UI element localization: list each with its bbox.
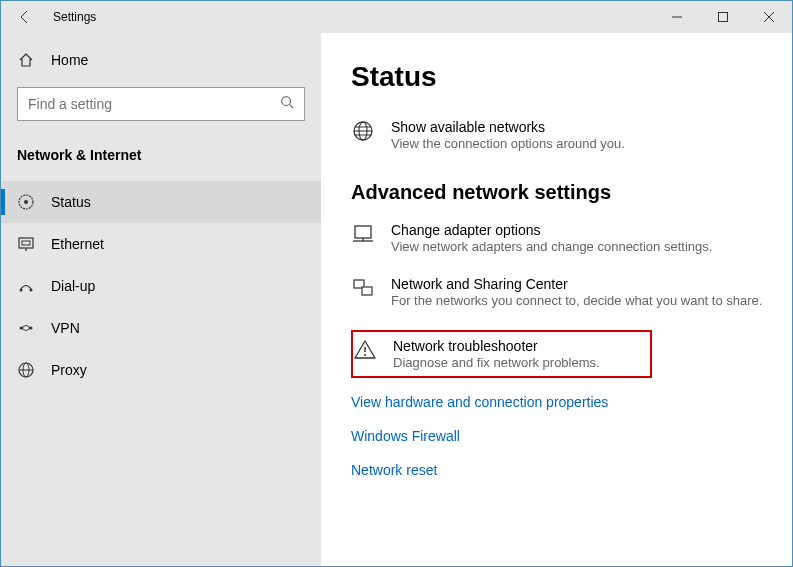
title-bar: Settings: [1, 1, 792, 33]
close-button[interactable]: [746, 1, 792, 33]
svg-rect-8: [19, 238, 33, 248]
minimize-button[interactable]: [654, 1, 700, 33]
svg-rect-1: [719, 13, 728, 22]
sidebar-item-label: Ethernet: [51, 236, 104, 252]
window-title: Settings: [53, 10, 96, 24]
dialup-icon: [17, 277, 35, 295]
ethernet-icon: [17, 235, 35, 253]
svg-rect-27: [362, 287, 372, 295]
warning-icon: [353, 338, 377, 362]
svg-point-7: [24, 200, 28, 204]
svg-point-29: [364, 354, 366, 356]
option-desc: For the networks you connect to, decide …: [391, 293, 762, 308]
option-title: Change adapter options: [391, 222, 712, 238]
sidebar-item-label: Proxy: [51, 362, 87, 378]
show-available-networks[interactable]: Show available networks View the connect…: [351, 119, 792, 151]
sidebar-item-label: Dial-up: [51, 278, 95, 294]
svg-point-12: [30, 289, 33, 292]
sidebar-item-dialup[interactable]: Dial-up: [1, 265, 321, 307]
sidebar-item-ethernet[interactable]: Ethernet: [1, 223, 321, 265]
sidebar-item-label: VPN: [51, 320, 80, 336]
maximize-button[interactable]: [700, 1, 746, 33]
maximize-icon: [718, 12, 728, 22]
main-content: Status Show available networks View the …: [321, 33, 792, 566]
svg-line-5: [290, 105, 294, 109]
close-icon: [764, 12, 774, 22]
window-controls: [654, 1, 792, 33]
link-hardware-properties[interactable]: View hardware and connection properties: [351, 394, 792, 410]
home-button[interactable]: Home: [1, 41, 321, 79]
search-input[interactable]: [28, 96, 280, 112]
link-network-reset[interactable]: Network reset: [351, 462, 792, 478]
link-windows-firewall[interactable]: Windows Firewall: [351, 428, 792, 444]
search-box[interactable]: [17, 87, 305, 121]
back-button[interactable]: [1, 1, 49, 33]
network-sharing-center[interactable]: Network and Sharing Center For the netwo…: [351, 276, 792, 308]
proxy-icon: [17, 361, 35, 379]
svg-point-11: [20, 289, 23, 292]
svg-point-4: [282, 97, 291, 106]
vpn-icon: [17, 319, 35, 337]
option-title: Show available networks: [391, 119, 625, 135]
sidebar-item-label: Status: [51, 194, 91, 210]
sidebar-item-vpn[interactable]: VPN: [1, 307, 321, 349]
home-icon: [17, 51, 35, 69]
search-icon: [280, 95, 294, 113]
sidebar-item-proxy[interactable]: Proxy: [1, 349, 321, 391]
globe-icon: [351, 119, 375, 143]
svg-rect-23: [355, 226, 371, 238]
home-label: Home: [51, 52, 88, 68]
option-desc: View the connection options around you.: [391, 136, 625, 151]
svg-rect-9: [22, 241, 30, 245]
arrow-left-icon: [17, 9, 33, 25]
section-header: Network & Internet: [1, 137, 321, 181]
sharing-icon: [351, 276, 375, 300]
sidebar-item-status[interactable]: Status: [1, 181, 321, 223]
option-title: Network troubleshooter: [393, 338, 600, 354]
network-troubleshooter[interactable]: Network troubleshooter Diagnose and fix …: [351, 330, 652, 378]
section-heading: Advanced network settings: [351, 181, 792, 204]
status-icon: [17, 193, 35, 211]
option-title: Network and Sharing Center: [391, 276, 762, 292]
minimize-icon: [672, 12, 682, 22]
change-adapter-options[interactable]: Change adapter options View network adap…: [351, 222, 792, 254]
page-title: Status: [351, 61, 792, 93]
adapter-icon: [351, 222, 375, 246]
option-desc: View network adapters and change connect…: [391, 239, 712, 254]
sidebar: Home Network & Internet Status Ethernet …: [1, 33, 321, 566]
option-desc: Diagnose and fix network problems.: [393, 355, 600, 370]
